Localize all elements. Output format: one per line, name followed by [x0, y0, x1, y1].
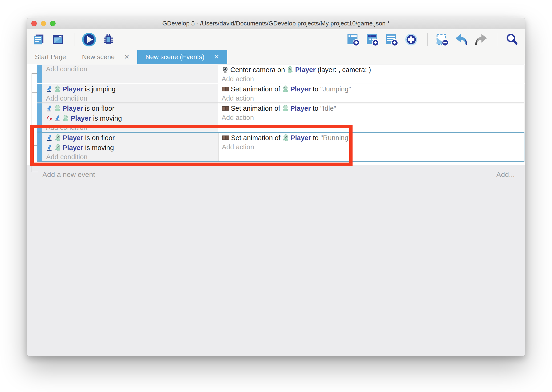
animation-icon: [222, 105, 229, 111]
instruction-text: Center camera on: [230, 66, 287, 74]
conditions-column: Add condition: [42, 65, 218, 83]
add-condition-button[interactable]: Add condition: [42, 94, 218, 103]
condition-line[interactable]: Player is on floor: [42, 103, 218, 113]
tab-label: Start Page: [35, 53, 66, 61]
actions-column: Set animation of Player to "Running"Add …: [219, 133, 524, 161]
undo-button[interactable]: [455, 33, 469, 46]
redo-button[interactable]: [475, 33, 488, 46]
instruction-text: Set animation of: [231, 85, 282, 93]
player-icon: [54, 105, 61, 112]
add-event-button[interactable]: [347, 33, 361, 46]
add-something-icon: [404, 33, 418, 46]
add-button[interactable]: Add...: [497, 171, 515, 179]
add-condition-button-label: Add condition: [46, 65, 87, 73]
tree-rail-tick: [32, 73, 37, 74]
object-name: Player: [291, 134, 311, 142]
tab-new-scene[interactable]: New scene✕: [74, 50, 137, 64]
play-button[interactable]: [83, 33, 97, 46]
add-new-event-button[interactable]: Add a new event: [42, 171, 95, 179]
search-button[interactable]: [506, 33, 519, 46]
player-icon: [54, 144, 61, 151]
instruction-text: "Jumping": [320, 85, 351, 93]
add-action-button[interactable]: Add action: [218, 94, 524, 103]
platformer-icon: [46, 105, 53, 112]
add-action-button[interactable]: Add action: [218, 113, 524, 122]
event-handle[interactable]: [37, 103, 42, 132]
action-line[interactable]: Set animation of Player to "Idle": [218, 103, 524, 113]
event-row[interactable]: Player is on floorPlayer is movingAdd co…: [37, 103, 524, 132]
condition-line[interactable]: Player is moving: [42, 143, 218, 153]
action-line[interactable]: Set animation of Player to "Jumping": [218, 84, 524, 94]
tab-start-page[interactable]: Start Page: [27, 50, 74, 64]
player-icon: [54, 85, 61, 93]
delete-event-button[interactable]: [436, 33, 450, 46]
add-condition-button[interactable]: Add condition: [42, 65, 218, 73]
add-condition-button[interactable]: Add condition: [42, 123, 218, 132]
instruction-text: (layer: , camera: ): [316, 66, 371, 74]
add-action-button[interactable]: Add action: [218, 75, 524, 83]
add-condition-button[interactable]: Add condition: [42, 153, 218, 161]
animation-icon: [222, 135, 229, 141]
player-icon: [62, 115, 69, 122]
platformer-icon: [46, 144, 53, 151]
undo-icon: [455, 33, 469, 47]
instruction-text: is on floor: [83, 105, 114, 112]
conditions-column: Player is on floorPlayer is movingAdd co…: [42, 133, 219, 161]
close-tab-icon[interactable]: ✕: [214, 54, 219, 60]
player-icon: [282, 105, 289, 112]
add-comment-button[interactable]: [386, 33, 399, 46]
add-something-button[interactable]: [405, 33, 419, 46]
actions-column: Set animation of Player to "Jumping"Add …: [218, 84, 524, 103]
instruction-text: is on floor: [83, 134, 115, 142]
object-name: Player: [295, 66, 316, 74]
conditions-column: Player is on floorPlayer is movingAdd co…: [42, 103, 218, 132]
add-condition-button-label: Add condition: [46, 153, 88, 161]
event-row[interactable]: Add conditionCenter camera on Player (la…: [37, 64, 524, 83]
events-list: Add conditionCenter camera on Player (la…: [27, 64, 525, 165]
player-icon: [287, 66, 293, 73]
condition-line[interactable]: Player is moving: [42, 113, 218, 123]
conditions-column: Player is jumpingAdd condition: [42, 84, 218, 103]
maximize-window-button[interactable]: [50, 21, 55, 26]
minimize-window-button[interactable]: [41, 21, 46, 26]
close-tab-icon[interactable]: ✕: [124, 54, 130, 60]
player-icon: [282, 134, 289, 141]
event-row-selected[interactable]: Player is on floorPlayer is movingAdd co…: [37, 132, 524, 162]
scene-editor-icon: [52, 33, 64, 46]
event-handle[interactable]: [37, 65, 42, 83]
event-handle[interactable]: [37, 84, 42, 103]
object-name: Player: [290, 85, 311, 93]
toolbar: [27, 29, 525, 50]
toolbar-divider: [497, 33, 497, 46]
instruction-text: is jumping: [83, 85, 116, 93]
object-name: Player: [62, 85, 83, 93]
condition-line[interactable]: Player is jumping: [42, 84, 218, 94]
platformer-icon: [54, 115, 61, 122]
actions-column: Set animation of Player to "Idle"Add act…: [218, 103, 524, 132]
action-line[interactable]: Center camera on Player (layer: , camera…: [218, 65, 524, 75]
add-action-button[interactable]: Add action: [219, 143, 524, 151]
object-name: Player: [71, 114, 91, 122]
debug-button[interactable]: [102, 33, 116, 46]
add-subevent-button[interactable]: [366, 33, 380, 46]
redo-icon: [474, 33, 488, 47]
project-manager-button[interactable]: [33, 33, 46, 46]
search-icon: [505, 33, 519, 46]
player-icon: [54, 134, 61, 141]
tab-label: New scene: [82, 53, 115, 61]
instruction-text: to: [311, 105, 320, 112]
add-action-button-label: Add action: [222, 94, 254, 102]
play-icon: [82, 32, 96, 47]
close-window-button[interactable]: [31, 21, 37, 26]
gdevelop-window: GDevelop 5 - /Users/david/Documents/GDev…: [27, 18, 525, 357]
event-handle[interactable]: [37, 133, 42, 161]
tree-rail-tick: [32, 92, 37, 93]
action-line[interactable]: Set animation of Player to "Running": [219, 133, 524, 143]
instruction-text: to: [311, 85, 320, 93]
scene-editor-button[interactable]: [52, 33, 65, 46]
instruction-text: is moving: [91, 114, 122, 122]
tree-rail-tick: [32, 145, 37, 146]
condition-line[interactable]: Player is on floor: [42, 133, 218, 143]
tab-new-scene-events[interactable]: New scene (Events)✕: [137, 50, 227, 64]
event-row[interactable]: Player is jumpingAdd conditionSet animat…: [37, 84, 524, 103]
